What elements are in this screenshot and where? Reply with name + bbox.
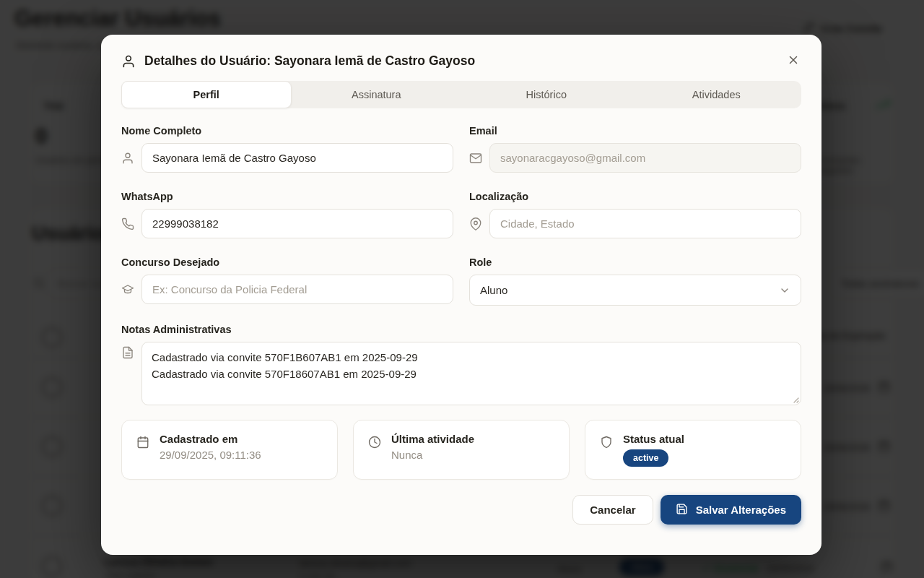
tab-atividades[interactable]: Atividades: [632, 81, 802, 108]
profile-form: Nome Completo Email WhatsApp: [121, 125, 801, 405]
calendar-icon: [136, 436, 149, 449]
notas-label: Notas Administrativas: [121, 324, 801, 335]
save-icon: [676, 503, 688, 517]
user-details-modal: Detalhes do Usuário: Sayonara Iemã de Ca…: [101, 35, 821, 555]
role-selected-value: Aluno: [480, 284, 507, 296]
field-notas: Notas Administrativas Cadastrado via con…: [121, 324, 801, 405]
active-status-badge: active: [623, 449, 668, 467]
concurso-input[interactable]: [141, 275, 453, 304]
save-button-label: Salvar Alterações: [696, 504, 786, 516]
tab-historico[interactable]: Histórico: [461, 81, 632, 108]
modal-title: Detalhes do Usuário: Sayonara Iemã de Ca…: [144, 53, 475, 69]
file-text-icon: [121, 346, 134, 359]
card-value: 29/09/2025, 09:11:36: [160, 449, 261, 461]
card-value: Nunca: [391, 449, 474, 461]
card-content: Status atual active: [623, 433, 684, 467]
user-icon: [121, 54, 136, 69]
clock-icon: [368, 436, 381, 449]
card-ultima-atividade: Última atividade Nunca: [353, 420, 570, 480]
info-cards-row: Cadastrado em 29/09/2025, 09:11:36 Últim…: [121, 420, 801, 480]
modal-header: Detalhes do Usuário: Sayonara Iemã de Ca…: [121, 53, 801, 69]
close-button[interactable]: [783, 49, 804, 73]
save-button[interactable]: Salvar Alterações: [661, 495, 801, 525]
card-title: Cadastrado em: [160, 433, 261, 445]
close-icon: [787, 53, 800, 69]
whatsapp-label: WhatsApp: [121, 191, 453, 202]
card-content: Última atividade Nunca: [391, 433, 474, 461]
role-select[interactable]: Aluno: [469, 275, 801, 306]
localizacao-input[interactable]: [489, 209, 801, 238]
modal-tab-bar: Perfil Assinatura Histórico Atividades: [121, 81, 801, 108]
field-concurso: Concurso Desejado: [121, 256, 453, 306]
field-role: Role Aluno: [469, 256, 801, 306]
chevron-down-icon: [779, 285, 790, 296]
notas-textarea-wrap: Cadastrado via convite 570F1B607AB1 em 2…: [141, 342, 801, 405]
person-icon: [121, 152, 134, 165]
mail-icon: [469, 152, 482, 165]
notas-textarea[interactable]: Cadastrado via convite 570F1B607AB1 em 2…: [141, 342, 801, 405]
shield-icon: [600, 436, 613, 449]
whatsapp-input[interactable]: [141, 209, 453, 238]
email-field: [489, 143, 801, 173]
tab-perfil[interactable]: Perfil: [121, 81, 292, 108]
nome-input[interactable]: [141, 143, 453, 173]
field-localizacao: Localização: [469, 191, 801, 238]
card-content: Cadastrado em 29/09/2025, 09:11:36: [160, 433, 261, 461]
card-title: Última atividade: [391, 433, 474, 445]
map-pin-icon: [469, 217, 482, 230]
field-email: Email: [469, 125, 801, 173]
email-label: Email: [469, 125, 801, 137]
resize-handle-icon[interactable]: [792, 396, 799, 403]
tab-assinatura[interactable]: Assinatura: [292, 81, 462, 108]
role-label: Role: [469, 256, 801, 268]
cancel-button[interactable]: Cancelar: [572, 495, 653, 525]
card-status-atual: Status atual active: [585, 420, 801, 480]
modal-footer: Cancelar Salvar Alterações: [121, 495, 801, 525]
nome-label: Nome Completo: [121, 125, 453, 137]
field-nome-completo: Nome Completo: [121, 125, 453, 173]
localizacao-label: Localização: [469, 191, 801, 202]
concurso-label: Concurso Desejado: [121, 256, 453, 268]
field-whatsapp: WhatsApp: [121, 191, 453, 238]
phone-icon: [121, 217, 134, 230]
card-cadastrado-em: Cadastrado em 29/09/2025, 09:11:36: [121, 420, 338, 480]
card-title: Status atual: [623, 433, 684, 445]
graduation-cap-icon: [121, 283, 134, 296]
